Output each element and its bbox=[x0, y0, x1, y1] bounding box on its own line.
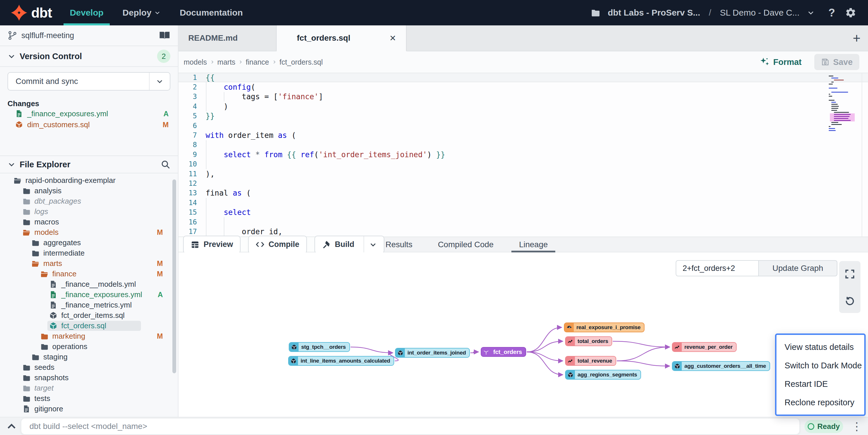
build-button[interactable]: Build bbox=[314, 236, 384, 254]
code-line-3[interactable]: 3 tags = ['finance'] bbox=[179, 92, 868, 102]
file-tree-item-_finance_exposures.yml[interactable]: _finance_exposures.ymlA bbox=[0, 289, 178, 300]
command-input[interactable] bbox=[21, 418, 800, 435]
lineage-node-agg_regions_segments[interactable]: agg_regions_segments bbox=[565, 370, 641, 380]
dbt-logo[interactable]: dbt bbox=[11, 5, 52, 21]
help-button[interactable]: ? bbox=[829, 7, 835, 19]
file-tree-item-dbt_packages[interactable]: dbt_packages bbox=[0, 196, 178, 206]
panel-tab-results[interactable]: Results bbox=[383, 237, 415, 252]
code-line-10[interactable]: 10 bbox=[179, 160, 868, 169]
kebab-menu-icon[interactable]: ⋮ bbox=[851, 419, 862, 434]
gear-icon[interactable] bbox=[845, 7, 857, 19]
file-tree-item-tests[interactable]: tests bbox=[0, 393, 178, 404]
file-tree-item-seeds[interactable]: seeds bbox=[0, 362, 178, 372]
editor-minimap[interactable] bbox=[828, 75, 862, 132]
version-control-header[interactable]: Version Control 2 bbox=[0, 46, 178, 67]
search-icon[interactable] bbox=[160, 160, 170, 169]
update-graph-button[interactable]: Update Graph bbox=[759, 260, 837, 276]
menu-item-restart-ide[interactable]: Restart IDE bbox=[776, 375, 864, 393]
project-selector[interactable]: SL Demo - Dave C... bbox=[720, 8, 800, 18]
commit-options-chevron[interactable] bbox=[149, 73, 170, 90]
changed-file-row[interactable]: _finance_exposures.yml A bbox=[7, 108, 170, 119]
breadcrumb-segment[interactable]: fct_orders.sql bbox=[280, 58, 323, 66]
file-tree-item-rapid-onboarding-exemplar[interactable]: rapid-onboarding-exemplar bbox=[0, 175, 178, 186]
file-tree-item-_finance__models.yml[interactable]: _finance__models.yml bbox=[0, 279, 178, 289]
lineage-node-revenue_per_order[interactable]: revenue_per_order bbox=[672, 342, 737, 352]
save-button[interactable]: Save bbox=[814, 54, 859, 70]
code-line-12[interactable]: 12 bbox=[179, 178, 868, 188]
breadcrumb-segment[interactable]: marts bbox=[217, 58, 236, 66]
code-line-8[interactable]: 8 bbox=[179, 140, 868, 150]
lineage-node-fct_orders[interactable]: fct_orders bbox=[481, 347, 526, 357]
file-tree-item-_finance_metrics.yml[interactable]: _finance_metrics.yml bbox=[0, 300, 178, 310]
status-badge[interactable]: Ready bbox=[804, 420, 843, 433]
code-line-9[interactable]: 9 select * from {{ ref('int_order_items_… bbox=[179, 150, 868, 159]
code-line-5[interactable]: 5}} bbox=[179, 111, 868, 121]
lineage-selector-input[interactable] bbox=[676, 260, 759, 276]
chevron-up-icon[interactable] bbox=[6, 421, 17, 432]
changed-file-row[interactable]: dim_customers.sql M bbox=[7, 119, 170, 130]
breadcrumb-segment[interactable]: finance bbox=[246, 58, 269, 66]
lineage-node-total_orders[interactable]: total_orders bbox=[565, 336, 612, 346]
lineage-node-real_exposure_i_promise[interactable]: real_exposure_i_promise bbox=[564, 323, 645, 332]
file-tree-item-macros[interactable]: macros bbox=[0, 216, 178, 227]
code-line-14[interactable]: 14 bbox=[179, 198, 868, 207]
preview-button[interactable]: Preview bbox=[183, 236, 241, 254]
close-icon[interactable]: ✕ bbox=[390, 33, 396, 43]
build-options-chevron[interactable] bbox=[364, 236, 377, 253]
lineage-node-int_line_items_amounts_calculated[interactable]: int_line_items_amounts_calculated bbox=[288, 356, 394, 366]
lineage-node-total_revenue[interactable]: total_revenue bbox=[565, 356, 616, 366]
code-line-4[interactable]: 4 ) bbox=[179, 102, 868, 111]
code-line-13[interactable]: 13final as ( bbox=[179, 188, 868, 198]
lineage-node-stg_tpch__orders[interactable]: stg_tpch__orders bbox=[289, 342, 350, 352]
editor-tab-fct_orders.sql[interactable]: fct_orders.sql✕ bbox=[277, 25, 407, 52]
lineage-node-agg_customer_orders__all_time[interactable]: agg_customer_orders__all_time bbox=[672, 361, 770, 371]
file-tree-item-finance[interactable]: financeM bbox=[0, 269, 178, 279]
account-selector[interactable]: dbt Labs - ProServ S... bbox=[608, 8, 700, 18]
file-tree-item-snapshots[interactable]: snapshots bbox=[0, 372, 178, 383]
format-button[interactable]: Format bbox=[760, 57, 802, 67]
code-editor[interactable]: 1{{2 config(3 tags = ['finance']4 )5}}67… bbox=[179, 73, 868, 237]
file-tree-item-marketing[interactable]: marketingM bbox=[0, 331, 178, 341]
file-explorer-header[interactable]: File Explorer bbox=[0, 156, 178, 173]
file-tree-item-analysis[interactable]: analysis bbox=[0, 186, 178, 196]
file-tree-item-fct_orders.sql[interactable]: fct_orders.sql bbox=[0, 321, 178, 331]
nav-item-deploy[interactable]: Deploy bbox=[122, 0, 160, 25]
panel-tab-lineage[interactable]: Lineage bbox=[517, 237, 550, 252]
menu-item-view-status-details[interactable]: View status details bbox=[776, 338, 864, 356]
file-tree-item-fct_order_items.sql[interactable]: fct_order_items.sql bbox=[0, 310, 178, 321]
code-line-2[interactable]: 2 config( bbox=[179, 82, 868, 92]
new-tab-button[interactable]: + bbox=[845, 25, 868, 51]
code-line-16[interactable]: 16 bbox=[179, 217, 868, 227]
docs-book-icon[interactable] bbox=[159, 31, 170, 40]
reset-view-icon[interactable] bbox=[844, 294, 856, 306]
nav-item-documentation[interactable]: Documentation bbox=[180, 0, 243, 25]
code-line-6[interactable]: 6 bbox=[179, 121, 868, 130]
file-tree-item-gitignore[interactable]: gitignore bbox=[0, 404, 178, 414]
chevron-down-icon[interactable] bbox=[807, 9, 814, 16]
file-tree-item-models[interactable]: modelsM bbox=[0, 227, 178, 237]
code-line-7[interactable]: 7with order_item as ( bbox=[179, 130, 868, 140]
file-tree-item-logs[interactable]: logs bbox=[0, 206, 178, 216]
menu-item-switch-to-dark-mode[interactable]: Switch to Dark Mode bbox=[776, 356, 864, 375]
menu-item-reclone-repository[interactable]: Reclone repository bbox=[776, 393, 864, 412]
panel-tab-compiled-code[interactable]: Compiled Code bbox=[435, 237, 496, 252]
file-tree-item-aggregates[interactable]: aggregates bbox=[0, 237, 178, 248]
fullscreen-icon[interactable] bbox=[844, 268, 856, 280]
sidebar-scrollbar[interactable] bbox=[173, 179, 176, 373]
code-line-1[interactable]: 1{{ bbox=[179, 73, 868, 82]
file-tree-item-intermediate[interactable]: intermediate bbox=[0, 248, 178, 258]
editor-tab-README.md[interactable]: README.md bbox=[179, 25, 277, 51]
file-tree-item-marts[interactable]: martsM bbox=[0, 258, 178, 269]
file-tree-item-staging[interactable]: staging bbox=[0, 352, 178, 362]
code-line-17[interactable]: 17 order_id, bbox=[179, 227, 868, 236]
lineage-node-int_order_items_joined[interactable]: int_order_items_joined bbox=[395, 348, 470, 358]
nav-item-develop[interactable]: Develop bbox=[70, 0, 104, 25]
branch-name[interactable]: sqlfluff-meeting bbox=[21, 31, 74, 40]
code-line-11[interactable]: 11), bbox=[179, 169, 868, 178]
code-line-15[interactable]: 15 select bbox=[179, 207, 868, 217]
commit-and-sync-button[interactable]: Commit and sync bbox=[7, 72, 170, 91]
compile-button[interactable]: Compile bbox=[248, 236, 307, 254]
breadcrumb-segment[interactable]: models bbox=[184, 58, 207, 66]
file-tree-item-target[interactable]: target bbox=[0, 383, 178, 393]
file-tree-item-operations[interactable]: operations bbox=[0, 341, 178, 352]
